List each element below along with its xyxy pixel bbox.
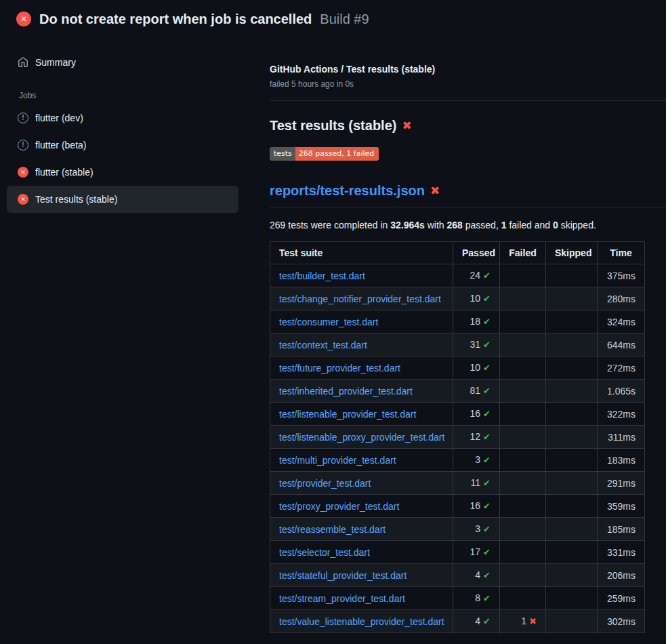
neutral-status-icon <box>18 113 28 123</box>
sidebar-item-summary[interactable]: Summary <box>7 49 238 76</box>
section-title: Test results (stable) <box>270 116 666 135</box>
check-icon <box>483 568 491 582</box>
sidebar-item-test-results-stable[interactable]: Test results (stable) <box>7 186 238 213</box>
test-suite-cell: test/reassemble_test.dart <box>270 518 453 541</box>
test-suite-link[interactable]: test/value_listenable_provider_test.dart <box>279 616 444 627</box>
failure-x-icon <box>402 120 411 132</box>
skipped-cell <box>546 357 598 380</box>
sidebar-item-label: flutter (stable) <box>35 165 93 179</box>
test-suite-cell: test/consumer_test.dart <box>270 310 453 334</box>
skipped-cell <box>546 518 598 541</box>
test-suite-link[interactable]: test/change_notifier_provider_test.dart <box>279 294 441 304</box>
sidebar: Summary Jobs flutter (dev) flutter (beta… <box>0 38 245 213</box>
passed-count: 4 <box>475 616 480 626</box>
time-cell: 259ms <box>598 587 645 610</box>
passed-count: 3 <box>475 454 480 465</box>
failed-cell: 1 <box>500 610 546 633</box>
test-results-table: Test suite Passed Failed Skipped Time te… <box>270 241 645 633</box>
test-suite-link[interactable]: test/proxy_provider_test.dart <box>279 501 399 512</box>
time-cell: 322ms <box>598 403 645 426</box>
test-summary: 269 tests were completed in 32.964s with… <box>270 218 666 232</box>
check-icon <box>483 522 491 536</box>
time-cell: 1.065s <box>598 380 645 403</box>
time-cell: 291ms <box>598 472 645 495</box>
check-icon <box>483 545 491 559</box>
skipped-cell <box>546 310 598 334</box>
table-row: test/future_provider_test.dart10272ms <box>270 357 645 380</box>
table-header-row: Test suite Passed Failed Skipped Time <box>270 242 645 264</box>
test-suite-link[interactable]: test/listenable_provider_test.dart <box>279 409 416 420</box>
column-header-time: Time <box>598 242 645 264</box>
passed-cell: 12 <box>453 426 500 449</box>
time-cell: 302ms <box>598 610 645 633</box>
test-suite-link[interactable]: test/provider_test.dart <box>279 478 371 489</box>
passed-count: 11 <box>471 477 481 488</box>
check-icon <box>483 315 491 329</box>
test-suite-link[interactable]: test/reassemble_test.dart <box>279 524 386 535</box>
failed-count: 1 <box>521 616 526 626</box>
test-suite-link[interactable]: test/future_provider_test.dart <box>279 363 400 374</box>
sidebar-item-flutter-beta[interactable]: flutter (beta) <box>7 132 238 159</box>
sidebar-item-label: flutter (dev) <box>35 111 83 125</box>
test-suite-link[interactable]: test/builder_test.dart <box>279 270 365 281</box>
skipped-cell <box>546 610 598 633</box>
skipped-cell <box>546 495 598 518</box>
check-icon <box>483 591 491 605</box>
sidebar-item-flutter-dev[interactable]: flutter (dev) <box>7 104 238 132</box>
report-link[interactable]: reports/test-results.json <box>270 181 425 200</box>
column-header-passed: Passed <box>453 242 500 264</box>
failed-cell <box>500 541 546 564</box>
time-cell: 375ms <box>598 264 645 287</box>
test-suite-link[interactable]: test/listenable_proxy_provider_test.dart <box>279 432 444 443</box>
test-suite-cell: test/value_listenable_provider_test.dart <box>270 610 453 633</box>
table-row: test/change_notifier_provider_test.dart1… <box>270 287 645 310</box>
test-suite-cell: test/listenable_proxy_provider_test.dart <box>270 426 453 449</box>
test-suite-link[interactable]: test/stream_provider_test.dart <box>279 593 405 604</box>
table-row: test/builder_test.dart24375ms <box>270 264 645 287</box>
page-title: Do not create report when job is cancell… <box>39 9 312 28</box>
test-suite-link[interactable]: test/consumer_test.dart <box>279 317 378 327</box>
test-suite-link[interactable]: test/selector_test.dart <box>279 547 370 558</box>
skipped-cell <box>546 426 598 449</box>
check-icon <box>483 361 491 375</box>
passed-cell: 31 <box>453 334 500 357</box>
breadcrumb: GitHub Actions / Test results (stable) <box>270 62 666 76</box>
failed-cell <box>500 564 546 587</box>
time-cell: 359ms <box>598 495 645 518</box>
check-icon <box>483 407 491 421</box>
test-table-body: test/builder_test.dart24375mstest/change… <box>270 264 645 633</box>
test-suite-cell: test/selector_test.dart <box>270 541 453 564</box>
passed-cell: 10 <box>453 287 500 310</box>
table-row: test/inherited_provider_test.dart811.065… <box>270 380 645 403</box>
passed-count: 81 <box>470 385 481 396</box>
badge-value: 268 passed, 1 failed <box>295 147 379 161</box>
passed-count: 31 <box>470 339 481 350</box>
test-suite-cell: test/provider_test.dart <box>270 472 453 495</box>
sidebar-item-flutter-stable[interactable]: flutter (stable) <box>7 159 238 186</box>
main-content: GitHub Actions / Test results (stable) f… <box>245 38 666 633</box>
time-cell: 324ms <box>598 310 645 334</box>
passed-cell: 18 <box>453 310 500 334</box>
time-cell: 311ms <box>598 426 645 449</box>
test-suite-cell: test/proxy_provider_test.dart <box>270 495 453 518</box>
passed-cell: 16 <box>453 495 500 518</box>
test-suite-link[interactable]: test/multi_provider_test.dart <box>279 455 396 466</box>
test-suite-link[interactable]: test/stateful_provider_test.dart <box>279 570 407 581</box>
failed-cell <box>500 264 546 287</box>
test-suite-link[interactable]: test/inherited_provider_test.dart <box>279 386 413 397</box>
table-row: test/value_listenable_provider_test.dart… <box>270 610 645 633</box>
test-suite-link[interactable]: test/context_test.dart <box>279 340 367 350</box>
table-row: test/reassemble_test.dart3185ms <box>270 518 645 541</box>
section-title-text: Test results (stable) <box>270 116 396 135</box>
skipped-cell <box>546 541 598 564</box>
neutral-status-icon <box>18 140 28 150</box>
passed-count: 8 <box>475 592 480 603</box>
passed-cell: 10 <box>453 357 500 380</box>
check-icon <box>483 499 491 513</box>
failed-cell <box>500 310 546 334</box>
x-icon <box>529 614 537 628</box>
passed-cell: 17 <box>453 541 500 564</box>
passed-cell: 11 <box>453 472 500 495</box>
failed-cell <box>500 587 546 610</box>
report-heading: reports/test-results.json <box>270 181 666 207</box>
